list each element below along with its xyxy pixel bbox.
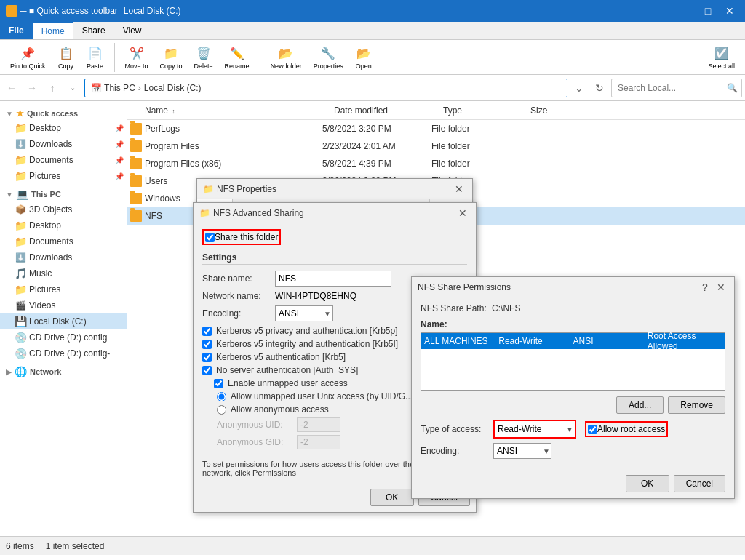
refresh-button[interactable]: ↻ xyxy=(591,79,608,97)
close-button[interactable]: ✕ xyxy=(720,4,739,18)
delete-icon: 🗑️ xyxy=(195,45,212,63)
copy-button[interactable]: 📋 Copy xyxy=(53,44,79,71)
quick-access-section[interactable]: ▼ ★ Quick access xyxy=(0,104,127,120)
network-section[interactable]: ▶ 🌐 Network xyxy=(0,361,127,379)
recent-locations-button[interactable]: ⌄ xyxy=(64,79,81,97)
share-perms-title: NFS Share Permissions xyxy=(418,282,698,292)
new-folder-button[interactable]: 📂 New folder xyxy=(266,44,306,71)
sidebar-item-downloads[interactable]: ⬇️ Downloads 📌 xyxy=(0,136,127,152)
tab-file[interactable]: File xyxy=(0,22,33,39)
sidebar-item-documents-pc[interactable]: 📁 Documents xyxy=(0,233,127,249)
share-this-folder-checkbox[interactable] xyxy=(205,233,215,242)
search-icon: 🔍 xyxy=(727,83,738,93)
back-button[interactable]: ← xyxy=(3,79,20,97)
properties-button[interactable]: 🔧 Properties xyxy=(309,44,348,71)
copy-to-button[interactable]: 📁 Copy to xyxy=(156,44,187,71)
tab-view[interactable]: View xyxy=(114,22,151,39)
file-date-program-files-x86: 5/8/2021 4:39 PM xyxy=(322,159,431,169)
copy-to-icon: 📁 xyxy=(162,45,180,63)
quick-access-star-icon: ★ xyxy=(16,108,24,119)
sidebar-item-pictures-pc[interactable]: 📁 Pictures xyxy=(0,281,127,297)
sidebar-item-cd-drive1[interactable]: 💿 CD Drive (D:) config xyxy=(0,329,127,345)
tab-share[interactable]: Share xyxy=(73,22,114,39)
open-icon: 📂 xyxy=(355,45,372,63)
type-of-access-select[interactable]: Read-Write Read-Only No Access xyxy=(495,421,575,437)
col-header-name[interactable]: Name ↕ xyxy=(142,105,331,116)
file-row-perflogs[interactable]: PerfLogs 5/8/2021 3:20 PM File folder xyxy=(127,120,745,137)
allow-unix-radio[interactable] xyxy=(217,392,226,401)
search-input[interactable] xyxy=(611,79,742,97)
open-button[interactable]: 📂 Open xyxy=(351,44,377,71)
address-path[interactable]: 📅 This PC › Local Disk (C:) xyxy=(84,79,567,97)
allow-anon-radio[interactable] xyxy=(217,405,226,415)
nfs-props-close-button[interactable]: ✕ xyxy=(452,182,466,196)
file-row-program-files-x86[interactable]: Program Files (x86) 5/8/2021 4:39 PM Fil… xyxy=(127,155,745,172)
sidebar-item-documents[interactable]: 📁 Documents 📌 xyxy=(0,152,127,168)
remove-permission-button[interactable]: Remove xyxy=(668,396,725,414)
col-header-size[interactable]: Size xyxy=(527,105,586,116)
pin-quick-access-button[interactable]: 📌 Pin to Quick xyxy=(6,44,50,71)
this-pc-label: This PC xyxy=(31,190,61,199)
sidebar-item-desktop-pc[interactable]: 📁 Desktop xyxy=(0,217,127,233)
perms-encoding-select[interactable]: ANSI UTF-8 xyxy=(493,443,551,459)
delete-button[interactable]: 🗑️ Delete xyxy=(190,44,218,71)
sidebar-item-videos[interactable]: 🎬 Videos xyxy=(0,297,127,313)
sidebar-item-desktop[interactable]: 📁 Desktop 📌 xyxy=(0,120,127,136)
local-disk-icon: 💾 xyxy=(15,316,26,327)
maximize-button[interactable]: □ xyxy=(698,4,717,18)
krb5p-checkbox[interactable] xyxy=(202,327,212,336)
encoding-select[interactable]: ANSI UTF-8 xyxy=(275,305,333,321)
adv-sharing-close-button[interactable]: ✕ xyxy=(455,206,470,220)
perm-row-all-machines[interactable]: ALL MACHINES Read-Write ANSI Root Access… xyxy=(421,333,725,349)
krb5i-checkbox[interactable] xyxy=(202,340,212,349)
network-icon: 🌐 xyxy=(15,366,27,377)
sidebar-item-pictures[interactable]: 📁 Pictures 📌 xyxy=(0,168,127,184)
allow-root-checkbox[interactable] xyxy=(588,425,597,434)
share-this-folder-row: Share this folder xyxy=(202,229,467,245)
share-perms-cancel-button[interactable]: Cancel xyxy=(674,475,725,492)
share-perms-help-button[interactable]: ? xyxy=(698,280,712,295)
file-date-perflogs: 5/8/2021 3:20 PM xyxy=(322,124,431,134)
music-icon: 🎵 xyxy=(15,268,26,279)
sidebar-cd-drive1-label: CD Drive (D:) config xyxy=(29,332,107,343)
add-permission-button[interactable]: Add... xyxy=(616,396,664,414)
address-dropdown-button[interactable]: ⌄ xyxy=(570,79,588,97)
paste-button[interactable]: 📄 Paste xyxy=(82,44,108,71)
videos-icon: 🎬 xyxy=(15,300,26,311)
file-row-program-files[interactable]: Program Files 2/23/2024 2:01 AM File fol… xyxy=(127,137,745,155)
share-perms-ok-button[interactable]: OK xyxy=(626,475,669,492)
col-header-date[interactable]: Date modified xyxy=(331,105,440,116)
window-controls: – □ ✕ xyxy=(677,4,739,18)
sidebar-videos-label: Videos xyxy=(29,300,55,311)
forward-button[interactable]: → xyxy=(23,79,41,97)
minimize-button[interactable]: – xyxy=(677,4,696,18)
sidebar-item-cd-drive2[interactable]: 💿 CD Drive (D:) config- xyxy=(0,345,127,361)
up-button[interactable]: ↑ xyxy=(44,79,61,97)
share-perms-close-button[interactable]: ✕ xyxy=(714,280,728,295)
auth-sys-checkbox[interactable] xyxy=(202,366,212,375)
sidebar-desktop-pc-label: Desktop xyxy=(29,220,61,231)
krb5p-label: Kerberos v5 privacy and authentication [… xyxy=(216,326,397,336)
share-name-input[interactable] xyxy=(275,271,391,287)
3d-objects-icon: 📦 xyxy=(15,204,26,215)
title-bar-text: ─ ■ Quick access toolbar xyxy=(20,6,118,16)
sidebar-item-3d-objects[interactable]: 📦 3D Objects xyxy=(0,201,127,217)
share-name-label: Share name: xyxy=(202,273,275,284)
krb5-checkbox[interactable] xyxy=(202,353,212,362)
enable-unmapped-checkbox[interactable] xyxy=(214,379,223,388)
this-pc-section[interactable]: ▼ 💻 This PC xyxy=(0,184,127,201)
sidebar-item-local-disk[interactable]: 💾 Local Disk (C:) xyxy=(0,313,127,329)
sidebar-item-downloads-pc[interactable]: ⬇️ Downloads xyxy=(0,249,127,265)
rename-button[interactable]: ✏️ Rename xyxy=(220,44,254,71)
type-of-access-label: Type of access: xyxy=(421,424,493,434)
folder-windows-icon xyxy=(130,193,142,204)
select-all-button[interactable]: ☑️ Select all xyxy=(704,44,739,71)
anon-uid-label: Anonymous UID: xyxy=(217,420,297,430)
col-header-type[interactable]: Type xyxy=(440,105,527,116)
adv-sharing-ok-button[interactable]: OK xyxy=(370,489,414,506)
cd-drive2-icon: 💿 xyxy=(15,348,26,359)
tab-home[interactable]: Home xyxy=(33,22,73,39)
allow-root-label: Allow root access xyxy=(597,424,665,434)
move-to-button[interactable]: ✂️ Move to xyxy=(121,44,153,71)
sidebar-item-music[interactable]: 🎵 Music xyxy=(0,265,127,281)
